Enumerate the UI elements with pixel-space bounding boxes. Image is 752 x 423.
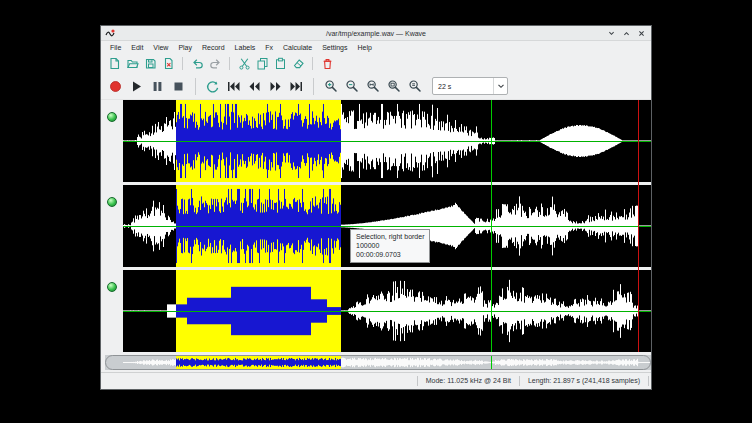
track-3-controls <box>101 270 123 352</box>
forward-button[interactable] <box>266 76 285 96</box>
selection-tooltip: Selection, right border 100000 00:00:09.… <box>350 229 430 263</box>
track-row-3 <box>101 270 651 352</box>
paste-button[interactable] <box>272 56 288 71</box>
undo-icon <box>191 57 204 70</box>
window-controls <box>605 28 651 39</box>
transport-toolbar: 22 s <box>101 73 651 100</box>
chevron-down-icon <box>606 28 617 39</box>
menu-play[interactable]: Play <box>173 43 197 52</box>
redo-icon <box>209 57 222 70</box>
toolbar-separator <box>229 57 230 70</box>
copy-button[interactable] <box>254 56 270 71</box>
close-file-button[interactable] <box>160 56 176 71</box>
playback-cursor <box>491 100 492 352</box>
paste-icon <box>274 57 287 70</box>
play-button[interactable] <box>127 76 146 96</box>
trash-icon <box>321 57 334 70</box>
record-icon <box>108 79 123 94</box>
redo-button[interactable] <box>207 56 223 71</box>
cut-button[interactable] <box>236 56 252 71</box>
rewind-button[interactable] <box>245 76 264 96</box>
skip-to-start-button[interactable] <box>224 76 243 96</box>
menu-view[interactable]: View <box>148 43 173 52</box>
rewind-icon <box>247 79 262 94</box>
combo-dropdown-arrow[interactable] <box>493 78 507 94</box>
overview-strip <box>105 355 649 370</box>
desktop: /var/tmp/example.wav — Kwave File Edit V… <box>0 0 752 423</box>
chevron-down-icon <box>497 82 505 90</box>
menubar: File Edit View Play Record Labels Fx Cal… <box>101 41 651 54</box>
menu-fx[interactable]: Fx <box>260 43 278 52</box>
titlebar[interactable]: /var/tmp/example.wav — Kwave <box>101 26 651 41</box>
menu-labels[interactable]: Labels <box>230 43 261 52</box>
loop-button[interactable] <box>203 76 222 96</box>
menu-file[interactable]: File <box>105 43 126 52</box>
close-icon <box>636 28 647 39</box>
cut-icon <box>238 57 251 70</box>
open-file-button[interactable] <box>124 56 140 71</box>
zoom-in-icon <box>324 79 338 93</box>
save-icon <box>144 57 157 70</box>
statusbar: Mode: 11.025 kHz @ 24 Bit Length: 21.897… <box>101 372 651 389</box>
delete-button[interactable] <box>319 56 335 71</box>
skip-end-icon <box>289 79 304 94</box>
tooltip-time: 00:00:09.0703 <box>356 250 424 259</box>
zoom-out-icon <box>345 79 359 93</box>
track-1-led[interactable] <box>107 112 117 122</box>
zoom-out-button[interactable] <box>342 76 361 96</box>
menu-record[interactable]: Record <box>197 43 230 52</box>
erase-button[interactable] <box>290 56 306 71</box>
folder-open-icon <box>126 57 139 70</box>
status-mode: Mode: 11.025 kHz @ 24 Bit <box>417 376 519 386</box>
track-2-led[interactable] <box>107 197 117 207</box>
play-icon <box>129 79 144 94</box>
forward-icon <box>268 79 283 94</box>
close-button[interactable] <box>635 28 647 39</box>
zoom-normal-button[interactable] <box>405 76 424 96</box>
pause-button[interactable] <box>148 76 167 96</box>
toolbar-separator <box>312 57 313 70</box>
zoom-in-button[interactable] <box>321 76 340 96</box>
signal-area <box>101 100 651 352</box>
window-title: /var/tmp/example.wav — Kwave <box>101 30 651 37</box>
track-row-1 <box>101 100 651 182</box>
skip-start-icon <box>226 79 241 94</box>
undo-button[interactable] <box>189 56 205 71</box>
tooltip-samples: 100000 <box>356 241 424 250</box>
signal-overview[interactable] <box>105 355 651 370</box>
kwave-window: /var/tmp/example.wav — Kwave File Edit V… <box>100 25 652 390</box>
waveform-track-1[interactable] <box>123 100 651 182</box>
file-toolbar <box>101 54 651 73</box>
file-new-icon <box>108 57 121 70</box>
chevron-up-icon <box>621 28 632 39</box>
status-length: Length: 21.897 s (241,418 samples) <box>519 376 649 386</box>
menu-edit[interactable]: Edit <box>126 43 148 52</box>
zoom-selection-icon <box>366 79 380 93</box>
stop-button[interactable] <box>169 76 188 96</box>
zoom-level-value: 22 s <box>433 83 493 90</box>
eraser-icon <box>292 57 305 70</box>
track-3-led[interactable] <box>107 282 117 292</box>
stop-icon <box>171 79 186 94</box>
pause-icon <box>150 79 165 94</box>
save-file-button[interactable] <box>142 56 158 71</box>
file-close-icon <box>162 57 175 70</box>
track-2-controls <box>101 185 123 267</box>
minimize-button[interactable] <box>605 28 617 39</box>
menu-calculate[interactable]: Calculate <box>278 43 317 52</box>
zoom-normal-icon <box>408 79 422 93</box>
waveform-track-3[interactable] <box>123 270 651 352</box>
menu-settings[interactable]: Settings <box>317 43 352 52</box>
zoom-selection-button[interactable] <box>363 76 382 96</box>
zoom-all-button[interactable] <box>384 76 403 96</box>
toolbar-separator <box>182 57 183 70</box>
loop-icon <box>205 79 220 94</box>
new-file-button[interactable] <box>106 56 122 71</box>
menu-help[interactable]: Help <box>353 43 377 52</box>
record-button[interactable] <box>106 76 125 96</box>
maximize-button[interactable] <box>620 28 632 39</box>
skip-to-end-button[interactable] <box>287 76 306 96</box>
zoom-level-select[interactable]: 22 s <box>432 77 508 95</box>
end-marker <box>638 100 639 352</box>
toolbar-separator <box>195 78 196 95</box>
